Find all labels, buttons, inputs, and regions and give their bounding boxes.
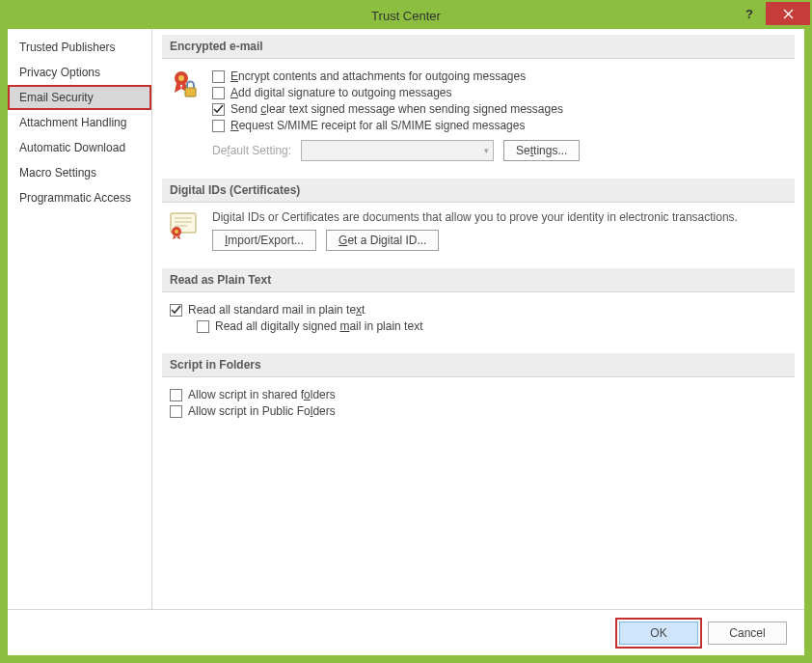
import-export-button[interactable]: Import/Export...: [212, 230, 316, 251]
checkbox-read-signed[interactable]: [197, 320, 209, 333]
label-read-standard: Read all standard mail in plain text: [188, 303, 365, 317]
titlebar: Trust Center ?: [2, 2, 810, 29]
digital-ids-desc: Digital IDs or Certificates are document…: [212, 210, 787, 224]
checkbox-script-public[interactable]: [170, 405, 182, 418]
window-title: Trust Center: [2, 9, 810, 23]
check-icon: [171, 305, 181, 316]
footer: OK Cancel: [8, 609, 804, 655]
checkbox-encrypt[interactable]: [212, 70, 225, 83]
label-encrypt: Encrypt contents and attachments for out…: [230, 69, 526, 83]
label-receipt: Request S/MIME receipt for all S/MIME si…: [230, 119, 525, 132]
checkbox-receipt[interactable]: [212, 120, 225, 132]
settings-button[interactable]: Settings...: [503, 140, 580, 161]
client-area: Trusted Publishers Privacy Options Email…: [8, 29, 804, 655]
checkbox-cleartext[interactable]: [212, 103, 225, 116]
section-header-script: Script in Folders: [162, 353, 795, 377]
sidebar-item-email-security[interactable]: Email Security: [8, 85, 151, 110]
help-button[interactable]: ?: [733, 2, 766, 25]
section-digital-ids: Digital IDs (Certificates): [162, 179, 795, 259]
trust-center-window: Trust Center ? Trusted Publishers Privac…: [0, 0, 812, 663]
svg-point-8: [175, 230, 178, 234]
section-header-plaintext: Read as Plain Text: [162, 268, 795, 292]
cancel-button[interactable]: Cancel: [708, 622, 787, 645]
close-button[interactable]: [766, 2, 810, 25]
certificate-icon: [170, 210, 199, 251]
ribbon-lock-icon: [170, 67, 199, 161]
label-cleartext: Send clear text signed message when send…: [230, 102, 563, 116]
titlebar-buttons: ?: [733, 2, 810, 25]
combo-default-setting[interactable]: ▾: [301, 140, 494, 161]
label-script-shared: Allow script in shared folders: [188, 388, 336, 401]
section-header-encrypted: Encrypted e-mail: [162, 35, 795, 59]
section-script: Script in Folders Allow script in shared…: [162, 353, 795, 428]
body: Trusted Publishers Privacy Options Email…: [8, 29, 804, 609]
get-digital-id-button[interactable]: Get a Digital ID...: [326, 230, 439, 251]
svg-rect-2: [185, 88, 196, 97]
section-header-digital-ids: Digital IDs (Certificates): [162, 179, 795, 203]
label-read-signed: Read all digitally signed mail in plain …: [215, 319, 422, 333]
check-icon: [213, 104, 224, 115]
section-plaintext: Read as Plain Text Read all standard mai…: [162, 268, 795, 344]
checkbox-script-shared[interactable]: [170, 389, 182, 401]
ok-button[interactable]: OK: [619, 622, 698, 645]
sidebar-item-trusted-publishers[interactable]: Trusted Publishers: [8, 35, 151, 60]
sidebar: Trusted Publishers Privacy Options Email…: [8, 29, 152, 609]
sidebar-item-privacy-options[interactable]: Privacy Options: [8, 60, 151, 85]
checkbox-sign[interactable]: [212, 87, 225, 99]
content-pane: Encrypted e-mail: [152, 29, 804, 609]
label-default-setting: Default Setting:: [212, 144, 291, 157]
label-sign: Add digital signature to outgoing messag…: [230, 86, 452, 99]
sidebar-item-programmatic-access[interactable]: Programmatic Access: [8, 185, 151, 210]
checkbox-read-standard[interactable]: [170, 304, 182, 317]
svg-point-1: [178, 75, 184, 81]
label-script-public: Allow script in Public Folders: [188, 404, 336, 418]
close-icon: [783, 9, 794, 19]
sidebar-item-macro-settings[interactable]: Macro Settings: [8, 160, 151, 185]
chevron-down-icon: ▾: [484, 146, 489, 155]
sidebar-item-attachment-handling[interactable]: Attachment Handling: [8, 110, 151, 135]
sidebar-item-automatic-download[interactable]: Automatic Download: [8, 135, 151, 160]
section-encrypted: Encrypted e-mail: [162, 35, 795, 169]
